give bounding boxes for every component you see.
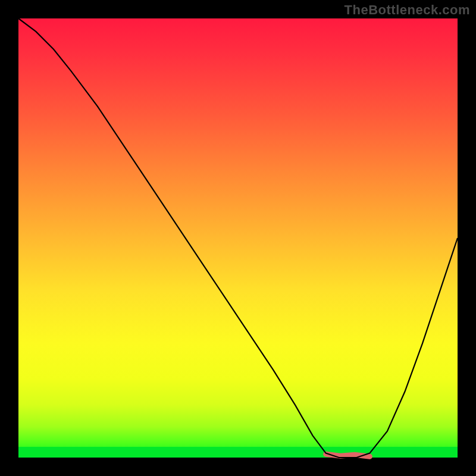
- plot-area: [18, 18, 458, 458]
- chart-frame: TheBottleneck.com: [0, 0, 476, 476]
- bottleneck-curve: [18, 18, 458, 458]
- curve-svg: [18, 18, 458, 458]
- watermark-text: TheBottleneck.com: [345, 2, 470, 18]
